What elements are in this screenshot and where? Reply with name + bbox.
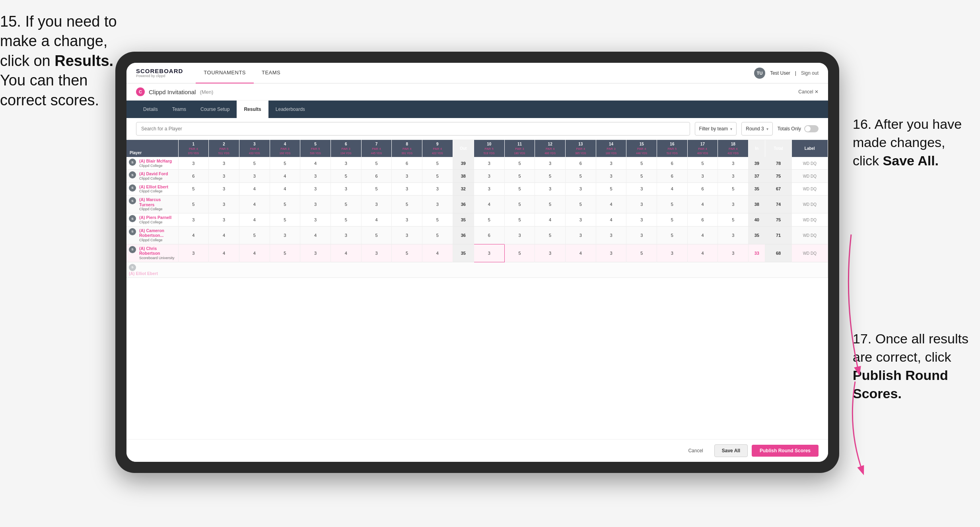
sub-tab-results[interactable]: Results [237, 101, 268, 118]
label-dq[interactable]: DQ [811, 202, 817, 207]
score-h11[interactable]: 5 [504, 196, 535, 213]
score-h14[interactable]: 4 [596, 196, 626, 213]
score-h17[interactable]: 4 [687, 226, 718, 244]
score-h13[interactable]: 3 [565, 213, 596, 226]
score-h2[interactable]: 4 [209, 226, 239, 244]
score-h10[interactable]: 4 [474, 196, 504, 213]
score-h5[interactable]: 4 [300, 157, 331, 170]
sub-tab-details[interactable]: Details [136, 101, 165, 118]
score-h7[interactable]: 6 [361, 170, 392, 182]
score-h8[interactable]: 6 [392, 157, 422, 170]
score-h15[interactable]: 5 [626, 157, 657, 170]
score-h1[interactable]: 5 [178, 196, 209, 213]
score-h7[interactable]: 5 [361, 182, 392, 195]
score-h1[interactable]: 3 [178, 157, 209, 170]
score-h1[interactable]: 6 [178, 170, 209, 182]
score-h9[interactable]: 3 [422, 196, 453, 213]
score-h7[interactable]: 3 [361, 244, 392, 262]
score-h1[interactable]: 3 [178, 213, 209, 226]
label-wd[interactable]: WD [803, 251, 811, 256]
label-wd[interactable]: WD [803, 187, 811, 191]
score-h7[interactable]: 5 [361, 157, 392, 170]
nav-link-tournaments[interactable]: TOURNAMENTS [196, 63, 254, 83]
score-h15[interactable]: 5 [626, 244, 657, 262]
score-h9[interactable]: 5 [422, 213, 453, 226]
cancel-button[interactable]: Cancel [681, 445, 710, 457]
score-h2[interactable]: 3 [209, 170, 239, 182]
score-h12[interactable]: 3 [535, 182, 566, 195]
score-h9[interactable]: 5 [422, 157, 453, 170]
score-h16[interactable]: 6 [657, 157, 688, 170]
filter-team-dropdown[interactable]: Filter by team ▾ [695, 122, 737, 136]
save-all-button[interactable]: Save All [714, 444, 748, 457]
score-h12[interactable]: 5 [535, 170, 566, 182]
score-h18[interactable]: 3 [718, 226, 749, 244]
score-h12[interactable]: 3 [535, 244, 566, 262]
score-h6[interactable]: 5 [331, 196, 361, 213]
score-h13[interactable]: 5 [565, 170, 596, 182]
score-h1[interactable]: 3 [178, 244, 209, 262]
sub-tab-leaderboards[interactable]: Leaderboards [268, 101, 312, 118]
score-h6[interactable]: 3 [331, 182, 361, 195]
score-h14[interactable]: 3 [596, 170, 626, 182]
sign-out-link[interactable]: Sign out [801, 70, 819, 76]
nav-link-teams[interactable]: TEAMS [254, 63, 288, 83]
score-h9[interactable]: 5 [422, 226, 453, 244]
score-h11[interactable]: 5 [504, 244, 535, 262]
label-dq[interactable]: DQ [811, 187, 817, 191]
score-h4[interactable]: 5 [270, 244, 300, 262]
score-h8[interactable]: 3 [392, 182, 422, 195]
score-h13[interactable]: 3 [565, 226, 596, 244]
score-h13[interactable]: 3 [565, 182, 596, 195]
sub-tab-course-setup[interactable]: Course Setup [193, 101, 237, 118]
score-h18[interactable]: 5 [718, 213, 749, 226]
score-h14[interactable]: 4 [596, 213, 626, 226]
score-h6[interactable]: 3 [331, 157, 361, 170]
score-h3[interactable]: 5 [239, 226, 270, 244]
publish-round-scores-button[interactable]: Publish Round Scores [752, 445, 819, 457]
score-h12[interactable]: 5 [535, 196, 566, 213]
score-h10[interactable]: 3 [474, 170, 504, 182]
score-h17[interactable]: 5 [687, 157, 718, 170]
score-h10[interactable]: 3 [474, 182, 504, 195]
score-h4[interactable]: 4 [270, 182, 300, 195]
label-dq[interactable]: DQ [811, 161, 817, 166]
score-h7[interactable]: 5 [361, 226, 392, 244]
score-h11[interactable]: 3 [504, 226, 535, 244]
label-wd[interactable]: WD [803, 233, 811, 238]
search-input[interactable] [136, 122, 690, 136]
score-h3[interactable]: 4 [239, 213, 270, 226]
score-h10[interactable]: 6 [474, 226, 504, 244]
score-h8[interactable]: 3 [392, 213, 422, 226]
score-h15[interactable]: 3 [626, 196, 657, 213]
sub-tab-teams[interactable]: Teams [165, 101, 193, 118]
score-h13[interactable]: 5 [565, 196, 596, 213]
score-h12[interactable]: 4 [535, 213, 566, 226]
score-h1[interactable]: 4 [178, 226, 209, 244]
score-h13[interactable]: 6 [565, 157, 596, 170]
score-h18[interactable]: 3 [718, 244, 749, 262]
score-h6[interactable]: 5 [331, 213, 361, 226]
score-h18[interactable]: 3 [718, 157, 749, 170]
score-h17[interactable]: 3 [687, 170, 718, 182]
score-h3[interactable]: 4 [239, 182, 270, 195]
score-h9[interactable]: 4 [422, 244, 453, 262]
score-h4[interactable]: 5 [270, 213, 300, 226]
score-h5[interactable]: 3 [300, 196, 331, 213]
score-h3[interactable]: 4 [239, 244, 270, 262]
score-h16[interactable]: 3 [657, 244, 688, 262]
score-h9[interactable]: 3 [422, 182, 453, 195]
score-h15[interactable]: 3 [626, 226, 657, 244]
score-h8[interactable]: 3 [392, 170, 422, 182]
score-h9[interactable]: 5 [422, 170, 453, 182]
score-h7[interactable]: 4 [361, 213, 392, 226]
score-h12[interactable]: 5 [535, 226, 566, 244]
score-h16[interactable]: 5 [657, 213, 688, 226]
score-h18[interactable]: 3 [718, 196, 749, 213]
score-h3[interactable]: 3 [239, 170, 270, 182]
score-h5[interactable]: 3 [300, 244, 331, 262]
score-h2[interactable]: 3 [209, 213, 239, 226]
score-h3[interactable]: 4 [239, 196, 270, 213]
score-h14[interactable]: 3 [596, 157, 626, 170]
score-h2[interactable]: 3 [209, 157, 239, 170]
